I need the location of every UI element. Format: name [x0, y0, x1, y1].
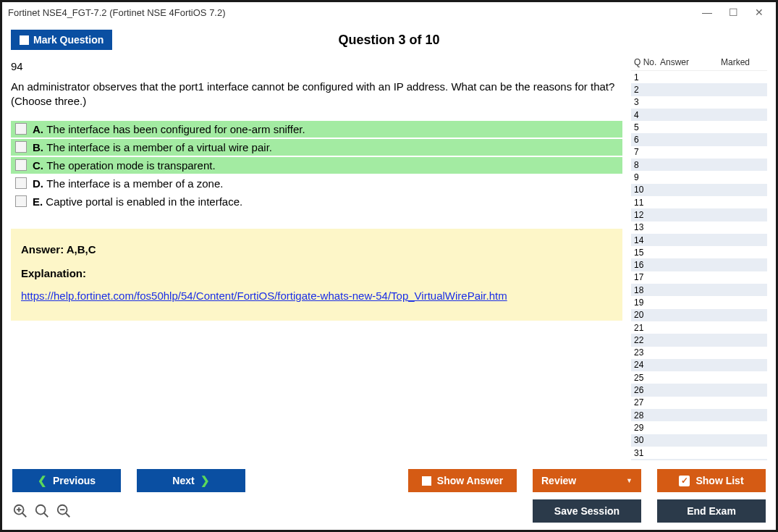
answer-text: D. The interface is a member of a zone.	[33, 177, 223, 190]
question-list-number: 26	[631, 385, 660, 395]
question-list-row[interactable]: 15	[631, 246, 767, 258]
side-panel-list[interactable]: 1234567891011121314151617181920212223242…	[631, 71, 767, 460]
checkbox-icon	[422, 476, 431, 486]
question-list-row[interactable]: 4	[631, 109, 767, 121]
question-list-row[interactable]: 31	[631, 447, 767, 459]
question-list-row[interactable]: 6	[631, 133, 767, 145]
save-session-button[interactable]: Save Session	[533, 499, 641, 523]
question-list-number: 4	[631, 110, 660, 120]
question-list-row[interactable]: 26	[631, 384, 767, 396]
answer-text: C. The operation mode is transparent.	[33, 159, 216, 172]
next-button[interactable]: Next ❯	[137, 469, 245, 492]
question-list-row[interactable]: 20	[631, 309, 767, 321]
question-list-number: 30	[631, 435, 660, 445]
svg-line-5	[44, 513, 48, 518]
answer-option[interactable]: D. The interface is a member of a zone.	[11, 175, 622, 192]
question-list-number: 24	[631, 360, 660, 370]
question-list-number: 27	[631, 397, 660, 408]
question-list-number: 17	[631, 272, 660, 282]
previous-button[interactable]: ❮ Previous	[12, 469, 121, 492]
question-list-number: 15	[631, 248, 660, 258]
question-list-row[interactable]: 32	[631, 459, 767, 460]
col-header-marked: Marked	[703, 57, 767, 67]
question-list-row[interactable]: 14	[631, 234, 767, 246]
dropdown-icon: ▼	[626, 477, 633, 484]
question-list-number: 9	[631, 172, 660, 182]
question-list-row[interactable]: 21	[631, 321, 767, 334]
question-list-row[interactable]: 29	[631, 421, 767, 434]
show-answer-button[interactable]: Show Answer	[408, 469, 517, 492]
col-header-answer: Answer	[660, 57, 703, 67]
zoom-reset-icon[interactable]	[34, 503, 50, 519]
question-list-number: 12	[631, 210, 660, 220]
question-list-number: 1	[631, 72, 660, 83]
question-list-number: 5	[631, 122, 660, 132]
question-list-number: 14	[631, 235, 660, 245]
question-list-row[interactable]: 30	[631, 434, 767, 447]
question-number: 94	[11, 60, 622, 72]
question-list-row[interactable]: 19	[631, 296, 767, 308]
explanation-link[interactable]: https://help.fortinet.com/fos50hlp/54/Co…	[21, 290, 507, 302]
show-answer-label: Show Answer	[437, 475, 503, 486]
question-list-row[interactable]: 16	[631, 258, 767, 271]
svg-line-7	[66, 513, 70, 518]
question-list-row[interactable]: 27	[631, 397, 767, 409]
close-icon[interactable]: ✕	[753, 7, 766, 18]
question-list-row[interactable]: 24	[631, 359, 767, 371]
question-list-row[interactable]: 9	[631, 171, 767, 183]
question-list-row[interactable]: 12	[631, 208, 767, 221]
answer-option[interactable]: C. The operation mode is transparent.	[11, 157, 622, 174]
maximize-icon[interactable]: ☐	[727, 7, 740, 18]
explanation-box: Answer: A,B,C Explanation: https://help.…	[11, 229, 622, 321]
answer-text: A. The interface has been configured for…	[33, 123, 305, 135]
checkbox-icon[interactable]	[15, 159, 27, 171]
answer-option[interactable]: E. Captive portal is enabled in the inte…	[11, 193, 622, 210]
question-list-number: 19	[631, 297, 660, 308]
checkbox-icon[interactable]	[15, 195, 27, 207]
question-list-number: 25	[631, 373, 660, 383]
previous-label: Previous	[53, 475, 96, 486]
save-session-label: Save Session	[554, 505, 620, 517]
mark-question-button[interactable]: Mark Question	[11, 30, 112, 50]
question-list-number: 8	[631, 160, 660, 170]
question-counter-title: Question 3 of 10	[338, 33, 439, 48]
svg-line-1	[22, 513, 27, 518]
question-list-row[interactable]: 3	[631, 96, 767, 109]
footer-row: Save Session End Exam	[12, 499, 766, 523]
question-list-row[interactable]: 25	[631, 371, 767, 384]
question-list-row[interactable]: 5	[631, 121, 767, 133]
question-list-row[interactable]: 23	[631, 347, 767, 359]
review-button[interactable]: Review ▼	[533, 469, 641, 492]
bottom-bar: ❮ Previous Next ❯ Show Answer Review ▼ ✓…	[2, 460, 776, 530]
svg-point-4	[36, 505, 46, 515]
checkbox-icon[interactable]	[15, 141, 27, 153]
question-list-row[interactable]: 8	[631, 159, 767, 171]
question-list-number: 3	[631, 97, 660, 107]
question-list-row[interactable]: 28	[631, 409, 767, 421]
chevron-right-icon: ❯	[200, 474, 210, 487]
main-area: 94 An administrator observes that the po…	[2, 54, 776, 460]
question-list-row[interactable]: 11	[631, 196, 767, 208]
question-list-row[interactable]: 2	[631, 83, 767, 96]
minimize-icon[interactable]: —	[701, 7, 714, 18]
checkbox-icon[interactable]	[15, 123, 27, 135]
question-list-row[interactable]: 17	[631, 271, 767, 284]
explanation-label: Explanation:	[21, 267, 612, 279]
question-list-row[interactable]: 1	[631, 71, 767, 83]
answer-option[interactable]: B. The interface is a member of a virtua…	[11, 139, 622, 156]
question-list-row[interactable]: 18	[631, 284, 767, 296]
end-exam-button[interactable]: End Exam	[657, 499, 766, 523]
show-list-button[interactable]: ✓ Show List	[657, 469, 766, 492]
answer-option[interactable]: A. The interface has been configured for…	[11, 121, 622, 138]
question-list-row[interactable]: 7	[631, 146, 767, 159]
question-list-row[interactable]: 10	[631, 184, 767, 196]
question-list-number: 18	[631, 285, 660, 295]
question-list-number: 6	[631, 135, 660, 145]
question-list-row[interactable]: 13	[631, 221, 767, 234]
question-list-number: 29	[631, 423, 660, 433]
question-list-number: 21	[631, 323, 660, 333]
zoom-out-icon[interactable]	[56, 503, 72, 519]
question-list-row[interactable]: 22	[631, 334, 767, 346]
checkbox-icon[interactable]	[15, 177, 27, 189]
zoom-in-icon[interactable]	[12, 503, 28, 519]
